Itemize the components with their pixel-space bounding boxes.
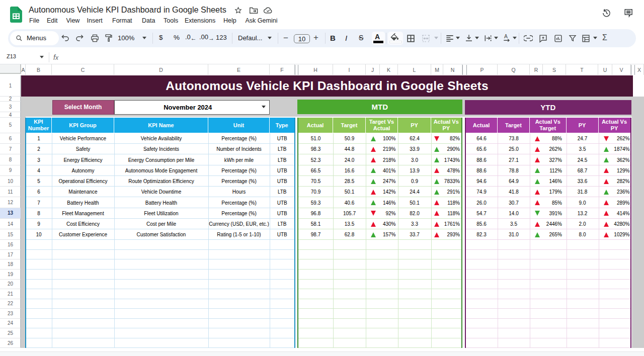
svg-text:A: A bbox=[504, 34, 508, 39]
